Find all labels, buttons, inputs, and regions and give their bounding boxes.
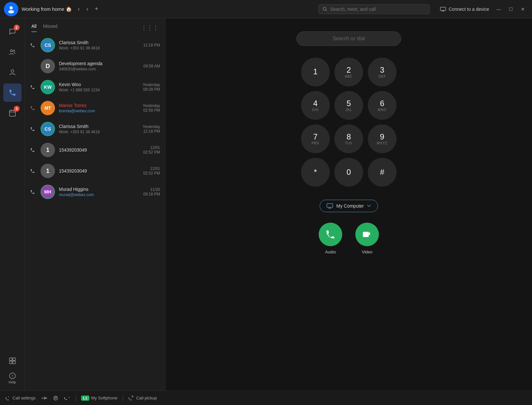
search-icon — [323, 7, 328, 12]
avatar: CS — [41, 122, 55, 136]
sidebar: 2 — [0, 18, 25, 391]
call-time: 09:58 AM — [143, 64, 160, 68]
search-dial-input[interactable] — [296, 31, 401, 46]
svg-rect-17 — [13, 361, 15, 364]
dial-key-4[interactable]: 4 GHI — [301, 91, 330, 120]
sidebar-item-apps[interactable] — [3, 352, 22, 370]
calendar-badge: 3 — [14, 106, 20, 112]
sidebar-item-contacts[interactable] — [3, 43, 22, 61]
sidebar-item-chat[interactable]: 2 — [3, 23, 22, 41]
connect-device-label: Connect to a device — [449, 7, 489, 12]
avatar: 1 — [41, 143, 55, 157]
audio-phone-icon — [326, 230, 335, 239]
device-selector[interactable]: My Computer — [320, 200, 378, 212]
sidebar-item-calls[interactable] — [3, 83, 22, 102]
call-item[interactable]: MT Marise Torres brenda@webex.com Yester… — [25, 98, 165, 119]
dial-key-1[interactable]: 1 — [301, 58, 330, 86]
dial-key-hash[interactable]: # — [368, 158, 397, 187]
call-time: 12/01 02:52 PM — [143, 145, 160, 155]
call-list-header: All Missed ⋮⋮⋮ — [25, 18, 165, 35]
svg-text:?: ? — [11, 374, 13, 378]
global-search[interactable] — [318, 4, 430, 14]
call-info: 15439203049 — [59, 147, 139, 153]
minimize-button[interactable]: — — [493, 5, 504, 13]
status-icon-2[interactable] — [53, 396, 59, 401]
nav-back-button[interactable]: ‹ — [75, 4, 82, 14]
sidebar-bottom: ? Help — [3, 351, 22, 387]
call-info: Clarissa Smith Work: +353 91 38 4618 — [59, 124, 139, 134]
call-settings-item[interactable]: Call settings — [5, 396, 36, 401]
call-name: Kevin Woo — [59, 82, 139, 87]
call-time: 12/01 02:52 PM — [143, 166, 160, 175]
call-pickup-item[interactable]: Call pickup — [128, 396, 157, 401]
chat-badge: 2 — [14, 25, 20, 30]
call-item[interactable]: D Development agenda 340620@webex.com 09… — [25, 56, 165, 77]
call-direction-icon — [30, 42, 37, 48]
sidebar-item-profile[interactable] — [3, 63, 22, 82]
status-icon-3[interactable] — [64, 396, 70, 401]
dial-key-6[interactable]: 6 MNO — [368, 91, 397, 120]
tab-all[interactable]: All — [31, 24, 37, 32]
call-item[interactable]: 1 15439203049 12/01 02:52 PM — [25, 139, 165, 160]
dial-key-star[interactable]: * — [301, 158, 330, 187]
dial-key-0[interactable]: 0 — [334, 158, 363, 187]
svg-point-7 — [10, 50, 12, 52]
call-detail: Work: +353 91 38 4618 — [59, 46, 139, 50]
global-search-input[interactable] — [330, 7, 425, 12]
call-list-panel: All Missed ⋮⋮⋮ CS Clarissa Smith Work: +… — [25, 18, 166, 391]
softphone-item[interactable]: L1 My Softphone — [81, 396, 117, 401]
help-label: Help — [9, 380, 16, 384]
dial-key-2[interactable]: 2 ABC — [334, 58, 363, 86]
dial-key-9[interactable]: 9 WXYZ — [368, 124, 397, 153]
nav-controls: ‹ › + — [75, 4, 101, 14]
nav-forward-button[interactable]: › — [84, 4, 91, 14]
call-item[interactable]: CS Clarissa Smith Work: +353 91 38 4618 … — [25, 119, 165, 139]
dial-key-8[interactable]: 8 TUV — [334, 124, 363, 153]
tab-missed[interactable]: Missed — [43, 24, 58, 32]
call-info: Kevin Woo Work: +1 888 555 1234 — [59, 82, 139, 92]
statusbar-divider-2 — [123, 395, 123, 401]
call-items-list: CS Clarissa Smith Work: +353 91 38 4618 … — [25, 35, 165, 391]
video-call-button[interactable] — [355, 223, 379, 246]
statusbar: Call settings L1 My Softphone Call picku… — [0, 391, 532, 405]
chevron-down-icon — [367, 205, 371, 207]
sidebar-item-calendar[interactable]: 3 — [3, 104, 22, 122]
call-detail: Work: +353 91 38 4618 — [59, 130, 139, 134]
call-direction-icon — [30, 126, 37, 132]
call-item[interactable]: CS Clarissa Smith Work: +353 91 38 4618 … — [25, 35, 165, 56]
monitor-icon — [440, 7, 446, 11]
status-icon-1[interactable] — [41, 396, 47, 401]
avatar: MT — [41, 101, 55, 115]
titlebar: Working from home 🏠 ‹ › + Connect to a d… — [0, 0, 532, 18]
call-info: Clarissa Smith Work: +353 91 38 4618 — [59, 40, 139, 50]
dialpad: 1 2 ABC 3 DEF 4 GHI 5 JKL 6 MNO — [301, 58, 397, 187]
person-icon — [9, 68, 16, 76]
window-title: Working from home 🏠 — [22, 6, 72, 12]
svg-rect-14 — [9, 358, 12, 360]
video-camera-icon — [363, 230, 372, 239]
call-time: Yesterday 12:18 PM — [143, 124, 160, 134]
dial-key-7[interactable]: 7 PRS — [301, 124, 330, 153]
window-controls: — ☐ ✕ — [493, 5, 528, 13]
nav-add-button[interactable]: + — [92, 4, 101, 14]
call-name: Development agenda — [59, 61, 139, 66]
audio-call-button[interactable] — [319, 223, 342, 246]
call-item[interactable]: 1 15439203049 12/01 02:52 PM — [25, 160, 165, 181]
help-icon: ? — [9, 372, 16, 379]
titlebar-left: Working from home 🏠 ‹ › + — [4, 2, 312, 16]
svg-point-0 — [9, 6, 13, 9]
maximize-button[interactable]: ☐ — [505, 5, 516, 13]
close-button[interactable]: ✕ — [518, 5, 528, 13]
avatar: CS — [41, 38, 55, 52]
more-options-button[interactable]: ⋮⋮⋮ — [141, 24, 159, 31]
svg-point-9 — [11, 70, 14, 72]
call-info: Marise Torres brenda@webex.com — [59, 103, 139, 113]
avatar: KW — [41, 80, 55, 94]
call-item[interactable]: MH Murad Higgins murad@webex.com 11/20 0… — [25, 181, 165, 202]
call-item[interactable]: KW Kevin Woo Work: +1 888 555 1234 Yeste… — [25, 77, 165, 98]
dial-key-5[interactable]: 5 JKL — [334, 91, 363, 120]
connect-device-button[interactable]: Connect to a device — [436, 5, 493, 14]
video-call-action: Video — [355, 223, 379, 254]
dial-key-3[interactable]: 3 DEF — [368, 58, 397, 86]
sidebar-help[interactable]: ? Help — [9, 372, 16, 384]
